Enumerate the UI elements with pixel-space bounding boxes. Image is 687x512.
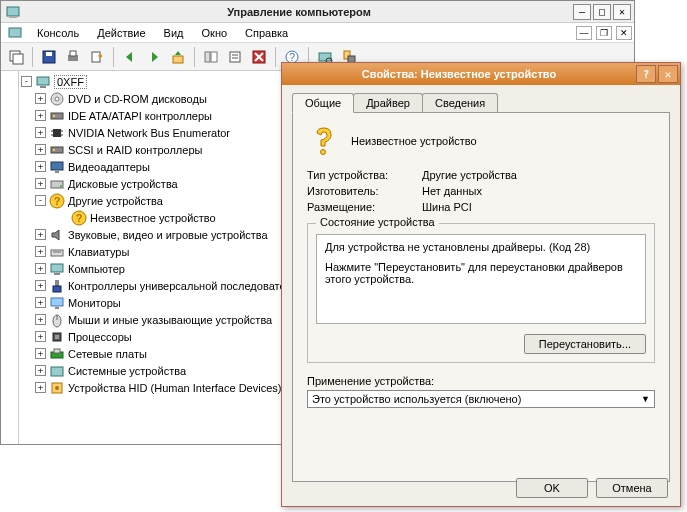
expand-icon[interactable]: +	[35, 144, 46, 155]
tab-panel-general: Неизвестное устройство Тип устройства: Д…	[292, 112, 670, 482]
toolbar-new-window-icon[interactable]	[5, 46, 27, 68]
menu-view[interactable]: Вид	[156, 25, 192, 41]
status-caption: Состояние устройства	[316, 216, 439, 228]
ok-button[interactable]: OK	[516, 478, 588, 498]
expand-icon[interactable]: +	[35, 93, 46, 104]
expand-icon[interactable]: +	[35, 110, 46, 121]
reinstall-button[interactable]: Переустановить...	[524, 334, 646, 354]
toolbar-print-icon[interactable]	[62, 46, 84, 68]
svg-point-61	[321, 150, 326, 155]
svg-rect-23	[37, 77, 49, 85]
expand-icon[interactable]: +	[35, 161, 46, 172]
minimize-button[interactable]: —	[573, 4, 591, 20]
svg-text:?: ?	[289, 51, 295, 63]
toolbar-refresh-icon[interactable]	[248, 46, 270, 68]
dialog-close-button[interactable]: ✕	[658, 65, 678, 83]
expand-icon[interactable]: +	[35, 331, 46, 342]
svg-text:?: ?	[76, 212, 83, 224]
loc-label: Размещение:	[307, 201, 422, 213]
tabstrip: Общие Драйвер Сведения	[282, 85, 680, 112]
device-header: Неизвестное устройство	[307, 125, 655, 157]
svg-point-26	[55, 97, 59, 101]
expand-icon[interactable]: +	[35, 382, 46, 393]
collapse-icon[interactable]: -	[35, 195, 46, 206]
menu-window[interactable]: Окно	[194, 25, 236, 41]
expand-icon[interactable]: +	[35, 297, 46, 308]
computer-icon	[49, 261, 65, 277]
system-menu-icon[interactable]	[7, 25, 23, 41]
network-icon	[49, 346, 65, 362]
mfr-value: Нет данных	[422, 185, 482, 197]
tree-item-label: IDE ATA/ATAPI контроллеры	[68, 110, 212, 122]
expand-icon[interactable]: +	[35, 178, 46, 189]
svg-rect-55	[55, 335, 59, 339]
prop-type: Тип устройства: Другие устройства	[307, 169, 655, 181]
toolbar-up-icon[interactable]	[167, 46, 189, 68]
system-icon	[49, 363, 65, 379]
prop-mfr: Изготовитель: Нет данных	[307, 185, 655, 197]
main-title: Управление компьютером	[25, 6, 573, 18]
svg-point-60	[55, 386, 59, 390]
child-minimize-button[interactable]: —	[576, 26, 592, 40]
expand-icon[interactable]: +	[35, 365, 46, 376]
tree-item-label: Устройства HID (Human Interface Devices)	[68, 382, 281, 394]
toolbar-back-icon[interactable]	[119, 46, 141, 68]
device-status-group: Состояние устройства Для устройства не у…	[307, 223, 655, 363]
child-close-button[interactable]: ✕	[616, 26, 632, 40]
svg-rect-29	[53, 129, 61, 137]
svg-rect-2	[9, 28, 21, 37]
close-button[interactable]: ✕	[613, 4, 631, 20]
tab-general[interactable]: Общие	[292, 93, 354, 113]
dialog-help-button[interactable]: ?	[636, 65, 656, 83]
status-textbox[interactable]: Для устройства не установлены драйверы. …	[316, 234, 646, 324]
expand-icon[interactable]: +	[35, 348, 46, 359]
tree-root-label: 0XFF	[54, 75, 87, 89]
collapse-icon[interactable]: -	[21, 76, 32, 87]
expand-icon[interactable]: +	[35, 280, 46, 291]
prop-loc: Размещение: Шина PCI	[307, 201, 655, 213]
type-value: Другие устройства	[422, 169, 517, 181]
properties-dialog: Свойства: Неизвестное устройство ? ✕ Общ…	[281, 62, 681, 507]
svg-rect-10	[173, 56, 183, 63]
toolbar-properties-icon[interactable]	[224, 46, 246, 68]
tree-item-label: SCSI и RAID контроллеры	[68, 144, 202, 156]
tree-item-label: Сетевые платы	[68, 348, 147, 360]
child-restore-button[interactable]: ❐	[596, 26, 612, 40]
tree-item-label: Процессоры	[68, 331, 132, 343]
usage-value: Это устройство используется (включено)	[312, 393, 521, 405]
svg-rect-44	[51, 250, 63, 256]
expand-icon[interactable]: +	[35, 263, 46, 274]
status-line2: Нажмите "Переустановить" для переустанов…	[325, 261, 637, 285]
svg-rect-1	[9, 16, 17, 18]
tab-driver[interactable]: Драйвер	[353, 93, 423, 112]
tab-details[interactable]: Сведения	[422, 93, 498, 112]
usage-select[interactable]: Это устройство используется (включено) ▼	[307, 390, 655, 408]
expand-icon[interactable]: +	[35, 314, 46, 325]
tree-item-label: Компьютер	[68, 263, 125, 275]
chevron-down-icon: ▼	[641, 394, 650, 404]
status-line1: Для устройства не установлены драйверы. …	[325, 241, 637, 253]
expand-icon[interactable]: +	[35, 246, 46, 257]
svg-rect-46	[51, 264, 63, 272]
tree-item-label: NVIDIA Network Bus Enumerator	[68, 127, 230, 139]
expand-icon[interactable]: +	[35, 127, 46, 138]
toolbar-show-hide-icon[interactable]	[200, 46, 222, 68]
menu-action[interactable]: Действие	[89, 25, 153, 41]
main-titlebar: Управление компьютером — □ ✕	[1, 1, 634, 23]
tree-item-label: Другие устройства	[68, 195, 163, 207]
cancel-button[interactable]: Отмена	[596, 478, 668, 498]
svg-rect-19	[319, 53, 331, 61]
toolbar-fwd-icon[interactable]	[143, 46, 165, 68]
toolbar-save-icon[interactable]	[38, 46, 60, 68]
toolbar-export-icon[interactable]	[86, 46, 108, 68]
tree-item-label: DVD и CD-ROM дисководы	[68, 93, 207, 105]
svg-rect-28	[53, 115, 55, 117]
menu-console[interactable]: Консоль	[29, 25, 87, 41]
disc-icon	[49, 91, 65, 107]
maximize-button[interactable]: □	[593, 4, 611, 20]
svg-rect-6	[46, 52, 52, 56]
dialog-title: Свойства: Неизвестное устройство	[282, 68, 636, 80]
expand-icon[interactable]: +	[35, 229, 46, 240]
keyboard-icon	[49, 244, 65, 260]
menu-help[interactable]: Справка	[237, 25, 296, 41]
